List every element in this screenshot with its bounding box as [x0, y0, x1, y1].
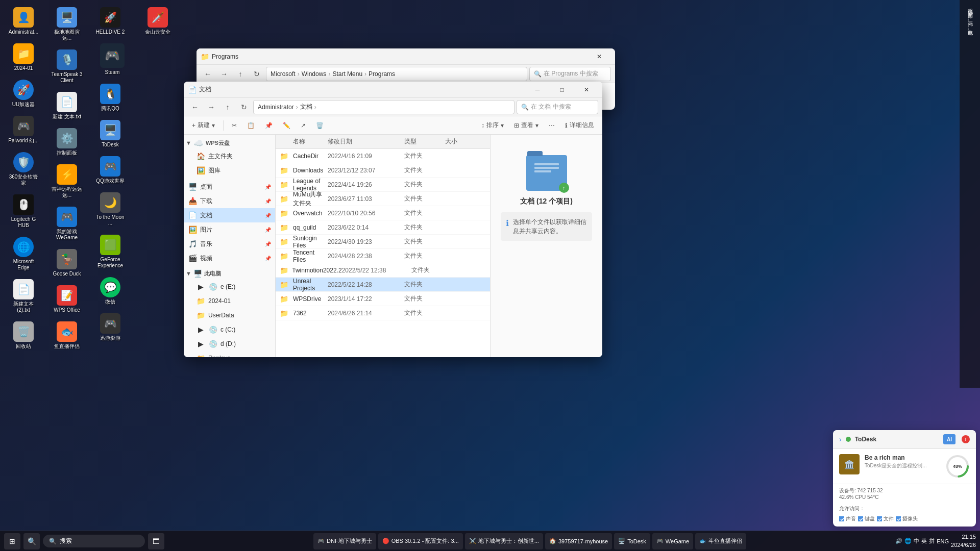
- desktop-icon-teamspeak[interactable]: 🎙️ TeamSpeak 3 Client: [48, 47, 85, 86]
- more-btn[interactable]: ⋯: [545, 118, 559, 133]
- col-name[interactable]: 名称: [293, 137, 328, 146]
- checkbox-camera[interactable]: 摄像头: [896, 515, 918, 522]
- docs-close-btn[interactable]: ✕: [575, 82, 598, 98]
- taskbar-app-zhuyu[interactable]: 🐟 斗鱼直播伴侣: [695, 533, 746, 549]
- programs-search[interactable]: 🔍 在 Programs 中搜索: [529, 67, 611, 81]
- file-row-10[interactable]: 📁 WPSDrive 2023/1/14 17:22 文件夹: [276, 292, 490, 306]
- taskbar-app-wegame[interactable]: 🎮 WeGame: [652, 533, 693, 549]
- docs-address-bar[interactable]: Administrator › 文档 ›: [253, 100, 514, 114]
- desktop-icon-logitech[interactable]: 🖱️ Logitech G HUB: [5, 192, 42, 231]
- desktop-icon-qqworld[interactable]: 🎮 QQ游戏世界: [92, 154, 129, 186]
- desktop-icon-2024-01[interactable]: 📁 2024-01: [5, 41, 42, 73]
- view-btn[interactable]: ⊞ 查看 ▾: [510, 118, 543, 133]
- taskbar-search[interactable]: 🔍 搜索: [43, 535, 145, 547]
- checkbox-keyboard[interactable]: 键盘: [858, 515, 875, 522]
- desktop-icon-uu[interactable]: 🚀 UU加速器: [5, 78, 42, 110]
- details-btn[interactable]: ℹ 详细信息: [561, 118, 598, 133]
- desktop-icon-todesk2[interactable]: 🖥️ ToDesk: [92, 118, 129, 150]
- sidebar-item-userdata[interactable]: 📁 UserData: [184, 308, 275, 322]
- sidebar-item-pictures[interactable]: 🖼️ 图片 📌: [184, 222, 275, 237]
- sidebar-item-d-drive[interactable]: ▶ 💿 d (D:): [184, 337, 275, 351]
- sidebar-item-2024[interactable]: 📁 2024-01: [184, 294, 275, 308]
- desktop-icon-new-folder[interactable]: 📄 新建 文本.txt: [48, 90, 85, 122]
- taskbar-app-obs[interactable]: 🔴 OBS 30.1.2 - 配置文件: 3...: [378, 533, 463, 549]
- desktop-icon-helldive[interactable]: 🚀 HELLDIVE 2: [92, 5, 129, 37]
- forward-btn[interactable]: →: [217, 67, 231, 81]
- desktop-icon-recycle[interactable]: 🗑️ 回收站: [5, 319, 42, 352]
- sidebar-item-music[interactable]: 🎵 音乐 📌: [184, 237, 275, 251]
- sidebar-item-library[interactable]: 🖼️ 图库: [184, 163, 275, 178]
- taskbar-app-todesk[interactable]: 🖥️ ToDesk: [614, 533, 650, 549]
- desktop-icon-wechat[interactable]: 💬 微信: [92, 275, 129, 307]
- rename-btn[interactable]: ✏️: [279, 118, 295, 133]
- file-row-6[interactable]: 📁 Sunlogin Files 2022/4/30 19:23 文件夹: [276, 235, 490, 249]
- desktop-icon-palworld[interactable]: 🎮 Palworld 幻...: [5, 114, 42, 146]
- docs-refresh-btn[interactable]: ↻: [237, 100, 251, 114]
- file-row-8[interactable]: 📁 Twinmotion2022.2 2022/5/22 12:38 文件夹: [276, 263, 490, 278]
- docs-search[interactable]: 🔍 在 文档 中搜索: [517, 100, 598, 114]
- desktop-icon-steam[interactable]: 🎮 Steam: [92, 41, 133, 78]
- sidebar-item-e-drive[interactable]: ▶ 💿 e (E:): [184, 280, 275, 294]
- desktop-icon-new-txt[interactable]: 📄 新建文本(2).txt: [5, 277, 42, 315]
- desktop-icon-jinshan[interactable]: 🗡️ 金山云安全: [139, 5, 176, 37]
- sidebar-item-replays[interactable]: 📁 Replays: [184, 351, 275, 357]
- docs-forward-btn[interactable]: →: [204, 100, 218, 114]
- programs-address-bar[interactable]: Microsoft › Windows › Start Menu › Progr…: [266, 67, 527, 81]
- sort-btn[interactable]: ↕ 排序 ▾: [477, 118, 508, 133]
- sidebar-group-wps[interactable]: ▼ ☁️ WPS云盘: [184, 137, 275, 149]
- new-btn[interactable]: + 新建 ▾: [188, 118, 219, 133]
- file-row-5[interactable]: 📁 qq_guild 2023/6/22 0:14 文件夹: [276, 220, 490, 235]
- delete-btn[interactable]: 🗑️: [312, 118, 328, 133]
- paste-btn[interactable]: 📌: [261, 118, 277, 133]
- col-type[interactable]: 类型: [404, 137, 445, 146]
- file-row-3[interactable]: 📁 MuMu共享文件夹 2023/6/27 11:03 文件夹: [276, 192, 490, 206]
- desktop-icon-moon[interactable]: 🌙 To the Moon ...: [92, 190, 129, 229]
- cut-btn[interactable]: ✂: [228, 118, 241, 133]
- widget-btn[interactable]: 🗔: [148, 533, 164, 549]
- sidebar-item-c-drive[interactable]: ▶ 💿 c (C:): [184, 322, 275, 337]
- desktop-icon-nvidia[interactable]: 🟩 GeForce Experience: [92, 233, 129, 271]
- desktop-icon-shadow[interactable]: 🎮 迅游影游: [92, 311, 129, 343]
- desktop-icon-wegame[interactable]: 🎮 我的游戏WeGame: [48, 205, 85, 243]
- taskbar-app-39759717[interactable]: 🏠 39759717-myhouse: [545, 533, 612, 549]
- copy-btn[interactable]: 📋: [243, 118, 259, 133]
- todesk-expand-icon[interactable]: ›: [839, 435, 842, 443]
- sidebar-item-desktop[interactable]: 🖥️ 桌面 📌: [184, 180, 275, 194]
- desktop-icon-chuyu[interactable]: 🐟 鱼直播伴侣: [48, 319, 85, 352]
- refresh-btn[interactable]: ↻: [250, 67, 264, 81]
- sidebar-item-downloads[interactable]: 📥 下载 📌: [184, 194, 275, 208]
- start-btn[interactable]: ⊞: [4, 533, 20, 549]
- sidebar-group-thispc[interactable]: ▼ 🖥️ 此电脑: [184, 267, 275, 280]
- docs-maximize-btn[interactable]: □: [550, 82, 574, 98]
- desktop-icon-360[interactable]: 🛡️ 360安全软管家: [5, 150, 42, 188]
- file-row-11[interactable]: 📁 7362 2024/6/26 21:14 文件夹: [276, 306, 490, 320]
- sidebar-item-main-files[interactable]: 🏠 主文件夹: [184, 149, 275, 163]
- checkbox-file[interactable]: 文件: [877, 515, 894, 522]
- desktop-icon-remote[interactable]: 🖥️ 极地地图演远...: [48, 5, 85, 43]
- file-row-0[interactable]: 📁 CacheDir 2022/4/16 21:09 文件夹: [276, 149, 490, 163]
- file-row-1[interactable]: 📁 Downloads 2023/12/12 23:07 文件夹: [276, 163, 490, 178]
- desktop-icon-edge[interactable]: 🌐 Microsoft Edge: [5, 235, 42, 273]
- desktop-icon-wps[interactable]: 📝 WPS Office: [48, 283, 85, 315]
- desktop-icon-control[interactable]: ⚙️ 控制面板: [48, 126, 85, 158]
- up-btn[interactable]: ↑: [233, 67, 248, 81]
- file-row-9[interactable]: 📁 Unreal Projects 2022/5/22 14:28 文件夹: [276, 278, 490, 292]
- search-btn[interactable]: 🔍: [23, 533, 40, 549]
- desktop-icon-admin[interactable]: 👤 Administrat...: [5, 5, 42, 37]
- docs-up-btn[interactable]: ↑: [220, 100, 235, 114]
- desktop-icon-goose[interactable]: 🦆 Goose Duck: [48, 247, 85, 279]
- desktop-icon-thunder[interactable]: ⚡ 雷神远程远远远...: [48, 162, 85, 201]
- sidebar-item-docs[interactable]: 📄 文档 📌: [184, 208, 275, 222]
- docs-minimize-btn[interactable]: ─: [526, 82, 549, 98]
- docs-back-btn[interactable]: ←: [188, 100, 202, 114]
- col-size[interactable]: 大小: [445, 137, 486, 146]
- back-btn[interactable]: ←: [201, 67, 215, 81]
- taskbar-app-lol[interactable]: ⚔️ 地下城与勇士：创新世...: [465, 533, 543, 549]
- col-date[interactable]: 修改日期: [328, 137, 404, 146]
- checkbox-sound[interactable]: 声音: [839, 515, 856, 522]
- programs-close-btn[interactable]: ✕: [587, 48, 611, 65]
- sidebar-item-videos[interactable]: 🎬 视频 📌: [184, 251, 275, 265]
- file-row-7[interactable]: 📁 Tencent Files 2024/4/28 22:38 文件夹: [276, 249, 490, 263]
- desktop-icon-qq[interactable]: 🐧 腾讯QQ: [92, 82, 129, 114]
- file-row-4[interactable]: 📁 Overwatch 2022/10/10 20:56 文件夹: [276, 206, 490, 220]
